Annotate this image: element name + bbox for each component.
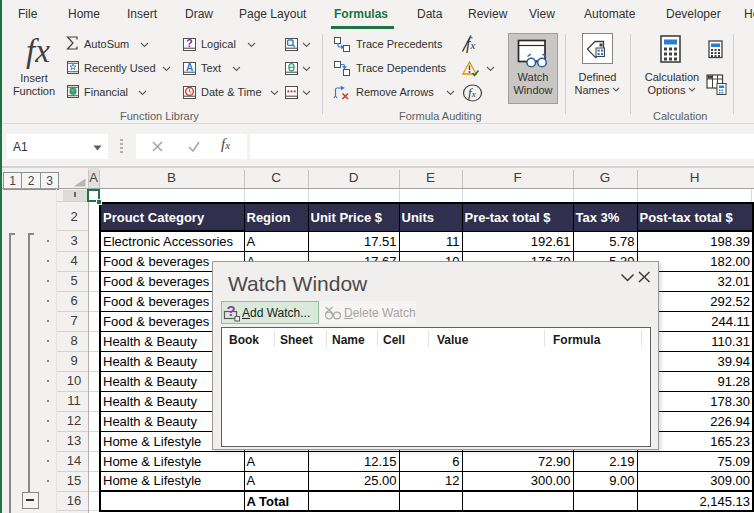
svg-text:?: ?	[186, 37, 192, 49]
svg-text:A: A	[186, 62, 193, 73]
svg-text:?: ?	[227, 303, 236, 319]
